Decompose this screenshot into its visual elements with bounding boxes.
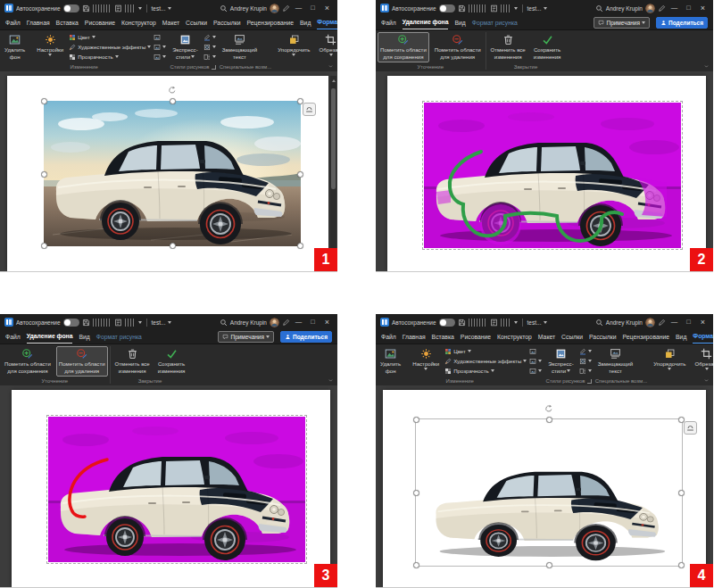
pencil-icon[interactable] [658,319,666,327]
tab-home[interactable]: Главная [403,331,426,344]
pencil-icon[interactable] [658,4,666,12]
resize-handle[interactable] [546,417,552,423]
picture-effects-button[interactable] [203,43,216,51]
save-icon[interactable] [82,4,90,12]
transparency-button[interactable]: Прозрачность [69,53,151,61]
resize-handle[interactable] [170,98,176,104]
minimize-button[interactable]: — [293,0,304,16]
keep-changes-button[interactable]: Сохранить изменения [531,32,564,62]
arrange-button[interactable]: Упорядочить [275,32,312,58]
share-button[interactable]: Поделиться [656,17,708,29]
autosave-toggle[interactable] [63,4,79,12]
tab-picture-format[interactable]: Формат рисунка [96,331,142,344]
tab-file[interactable]: Файл [381,331,396,344]
maximize-button[interactable]: □ [683,314,694,330]
tab-review[interactable]: Рецензирование [247,17,294,29]
picture-marked-keep[interactable] [424,103,681,248]
tab-layout[interactable]: Макет [538,331,555,344]
avatar[interactable] [645,318,655,327]
compress-picture-button[interactable] [529,347,542,355]
resize-handle[interactable] [297,243,303,249]
dialog-launcher-icon[interactable] [587,379,592,384]
picture-border-button[interactable] [579,347,592,355]
picture-original[interactable] [44,101,301,246]
keep-changes-button[interactable]: Сохранить изменения [155,346,188,377]
print-preview-icon[interactable] [114,319,122,327]
mark-areas-to-remove-button[interactable]: Пометить области для удаления [56,346,108,377]
document-title-chevron-icon[interactable] [168,321,171,324]
rotate-handle-icon[interactable] [168,86,177,95]
tab-file[interactable]: Файл [5,331,21,344]
print-preview-icon[interactable] [114,4,122,12]
compress-picture-button[interactable] [154,33,166,41]
change-picture-button[interactable] [154,43,166,51]
autosave-toggle[interactable] [439,4,455,12]
tab-file[interactable]: Файл [381,17,396,29]
tab-home[interactable]: Главная [27,17,50,29]
picture-background-removed[interactable] [415,418,683,567]
close-button[interactable]: × [697,314,709,330]
crop-button[interactable]: Обрезать [693,346,713,372]
picture-layout-button[interactable] [579,367,592,375]
avatar[interactable] [270,318,279,327]
picture-effects-button[interactable] [579,357,592,365]
picture-layout-button[interactable] [203,53,216,61]
qat-chevron-icon[interactable] [514,7,518,10]
document-title[interactable]: test... [152,319,166,326]
rotate-handle-icon[interactable] [544,404,553,413]
autosave-toggle[interactable] [63,319,79,327]
tab-background-removal[interactable]: Удаление фона [403,16,449,29]
comments-button[interactable]: Примечания [594,17,650,29]
collapse-ribbon-icon[interactable] [703,64,710,69]
scrollbar-thumb[interactable] [331,88,336,189]
alt-text-button[interactable]: Замещающий текст [595,346,635,377]
minimize-button[interactable]: — [668,314,680,330]
remove-background-button[interactable]: Удалить фон [378,346,403,377]
picture-border-button[interactable] [203,33,216,41]
maximize-button[interactable]: □ [307,0,319,16]
arrange-button[interactable]: Упорядочить [651,346,688,372]
tab-view[interactable]: Вид [676,331,686,344]
artistic-effects-button[interactable]: Художественные эффекты [444,357,527,365]
tab-insert[interactable]: Вставка [56,17,79,29]
document-title-chevron-icon[interactable] [168,7,171,10]
share-button[interactable]: Поделиться [280,331,332,343]
pencil-icon[interactable] [282,4,290,12]
close-button[interactable]: × [321,314,333,330]
artistic-effects-button[interactable]: Художественные эффекты [69,43,151,51]
minimize-button[interactable]: — [668,0,680,16]
tab-background-removal[interactable]: Удаление фона [27,330,73,344]
resize-handle[interactable] [41,98,47,104]
avatar[interactable] [645,4,655,13]
layout-options-button[interactable] [684,421,697,435]
collapse-ribbon-icon[interactable] [328,378,334,383]
resize-handle[interactable] [678,562,685,568]
collapse-ribbon-icon[interactable] [328,64,334,69]
tab-layout[interactable]: Макет [162,17,179,29]
resize-handle[interactable] [678,490,685,496]
qat-chevron-icon[interactable] [138,321,142,324]
mark-areas-to-keep-button[interactable]: Пометить области для сохранения [2,346,54,377]
tab-file[interactable]: Файл [5,17,21,29]
tab-design[interactable]: Конструктор [497,331,532,344]
tab-picture-format[interactable]: Формат рисунка [317,16,337,29]
save-icon[interactable] [82,319,90,327]
resize-handle[interactable] [170,243,176,249]
tab-references[interactable]: Ссылки [186,17,207,29]
layout-options-button[interactable] [303,103,316,116]
document-title-chevron-icon[interactable] [544,321,547,324]
resize-handle[interactable] [41,243,47,249]
remove-background-button[interactable]: Удалить фон [2,32,28,62]
tab-draw[interactable]: Рисование [461,331,491,344]
collapse-ribbon-icon[interactable] [703,378,710,383]
mark-areas-to-keep-button[interactable]: Пометить области для сохранения [378,32,429,62]
quick-styles-button[interactable]: Экспресс- стили [170,32,200,62]
reset-picture-button[interactable] [154,53,166,61]
search-icon[interactable] [595,4,603,12]
autosave-toggle[interactable] [439,319,455,327]
corrections-button[interactable]: Настройки [410,346,442,372]
tab-draw[interactable]: Рисование [85,17,115,29]
alt-text-button[interactable]: Замещающий текст [220,32,260,62]
document-title-chevron-icon[interactable] [544,7,547,10]
mark-areas-to-remove-button[interactable]: Пометить области для удаления [432,32,484,62]
